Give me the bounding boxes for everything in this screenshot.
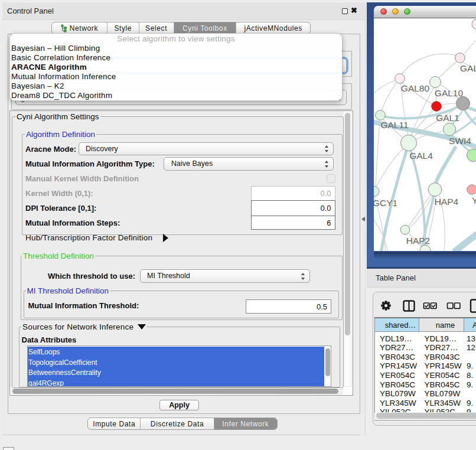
svg-text:GAL10: GAL10 [435, 88, 464, 98]
svg-text:HAP2: HAP2 [406, 236, 431, 246]
svg-text:GAL11: GAL11 [380, 120, 408, 130]
svg-text:HAP4: HAP4 [435, 197, 459, 207]
svg-text:GCY1: GCY1 [374, 198, 397, 208]
svg-text:GAL4: GAL4 [409, 151, 433, 161]
svg-text:GAL2: GAL2 [460, 63, 476, 73]
svg-text:GAL80: GAL80 [401, 83, 430, 93]
svg-text:SWI4: SWI4 [449, 136, 471, 146]
svg-text:GAL1: GAL1 [436, 113, 459, 123]
svg-text:YM: YM [472, 195, 476, 206]
